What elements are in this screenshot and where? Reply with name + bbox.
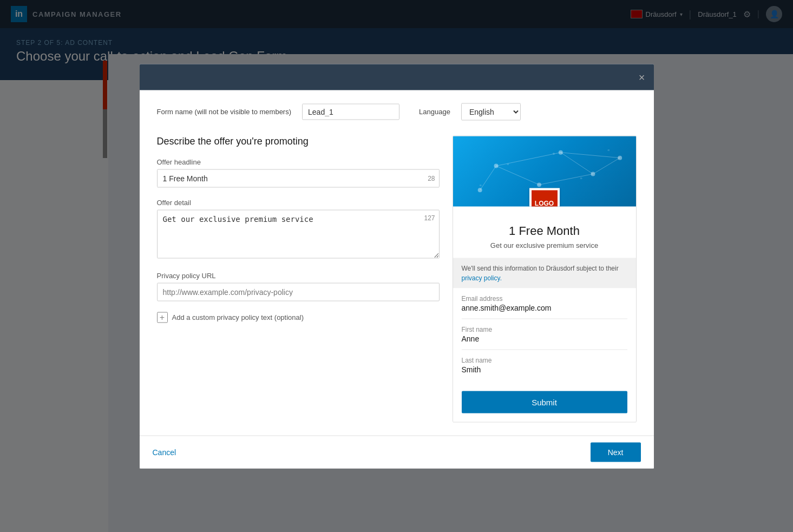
cancel-button[interactable]: Cancel bbox=[153, 443, 176, 461]
preview-body: 1 Free Month Get our exclusive premium s… bbox=[453, 206, 636, 258]
preview-last-name-value: Smith bbox=[462, 365, 627, 373]
preview-info-bar: We'll send this information to Dräusdorf… bbox=[453, 258, 636, 288]
offer-detail-char-count: 127 bbox=[424, 214, 435, 221]
offer-detail-wrap: Get our exclusive premium service 127 bbox=[157, 209, 440, 260]
svg-line-6 bbox=[496, 152, 560, 166]
plus-icon[interactable]: + bbox=[157, 312, 168, 323]
svg-line-10 bbox=[480, 166, 496, 190]
svg-line-8 bbox=[496, 166, 539, 185]
modal-dialog: × Form name (will not be visible to memb… bbox=[140, 64, 654, 468]
language-label: Language bbox=[419, 108, 450, 116]
modal-footer: Cancel Next bbox=[140, 435, 654, 468]
svg-line-12 bbox=[560, 152, 619, 157]
preview-offer-title: 1 Free Month bbox=[462, 224, 627, 238]
preview-logo: LOGO bbox=[532, 190, 558, 206]
privacy-policy-group: Privacy policy URL bbox=[157, 271, 440, 301]
right-column: LOGO 1 Free Month Get our exclusive prem… bbox=[453, 135, 637, 422]
offer-detail-label: Offer detail bbox=[157, 198, 440, 206]
preview-email-value: anne.smith@example.com bbox=[462, 303, 627, 312]
preview-fields: Email address anne.smith@example.com Fir… bbox=[453, 288, 636, 389]
preview-email-label: Email address bbox=[462, 294, 627, 302]
next-button[interactable]: Next bbox=[591, 442, 641, 462]
preview-last-name-label: Last name bbox=[462, 356, 627, 364]
offer-headline-wrap: 28 bbox=[157, 169, 440, 187]
privacy-policy-input[interactable] bbox=[157, 283, 440, 301]
form-name-row: Form name (will not be visible to member… bbox=[157, 103, 637, 120]
svg-line-9 bbox=[539, 174, 593, 185]
section-title: Describe the offer you're promoting bbox=[157, 135, 440, 147]
left-column: Describe the offer you're promoting Offe… bbox=[157, 135, 440, 422]
preview-first-name-group: First name Anne bbox=[462, 319, 627, 350]
modal-body: Form name (will not be visible to member… bbox=[140, 90, 654, 435]
close-button[interactable]: × bbox=[639, 71, 645, 82]
offer-headline-char-count: 28 bbox=[428, 174, 435, 182]
two-col-layout: Describe the offer you're promoting Offe… bbox=[157, 135, 637, 422]
preview-logo-wrap: LOGO bbox=[529, 188, 560, 206]
preview-card: LOGO 1 Free Month Get our exclusive prem… bbox=[453, 135, 637, 422]
preview-first-name-value: Anne bbox=[462, 334, 627, 343]
offer-headline-group: Offer headline 28 bbox=[157, 157, 440, 187]
offer-headline-input[interactable] bbox=[157, 169, 440, 187]
add-privacy-row[interactable]: + Add a custom privacy policy text (opti… bbox=[157, 312, 440, 323]
offer-detail-group: Offer detail Get our exclusive premium s… bbox=[157, 198, 440, 260]
svg-line-7 bbox=[560, 152, 593, 174]
language-select[interactable]: English French German Spanish bbox=[461, 103, 521, 120]
preview-submit-button[interactable]: Submit bbox=[462, 391, 627, 413]
add-privacy-text: Add a custom privacy policy text (option… bbox=[172, 313, 304, 321]
preview-email-group: Email address anne.smith@example.com bbox=[462, 288, 627, 319]
svg-line-11 bbox=[593, 157, 620, 174]
offer-detail-textarea[interactable]: Get our exclusive premium service bbox=[157, 209, 440, 258]
form-name-input[interactable] bbox=[302, 103, 399, 120]
privacy-policy-link[interactable]: privacy policy. bbox=[462, 274, 502, 281]
offer-headline-label: Offer headline bbox=[157, 157, 440, 166]
form-name-label: Form name (will not be visible to member… bbox=[157, 108, 292, 116]
preview-last-name-group: Last name Smith bbox=[462, 350, 627, 380]
preview-header-image: LOGO bbox=[453, 136, 636, 206]
preview-first-name-label: First name bbox=[462, 325, 627, 333]
privacy-policy-label: Privacy policy URL bbox=[157, 271, 440, 279]
modal-header: × bbox=[140, 64, 654, 90]
preview-offer-detail: Get our exclusive premium service bbox=[462, 241, 627, 249]
